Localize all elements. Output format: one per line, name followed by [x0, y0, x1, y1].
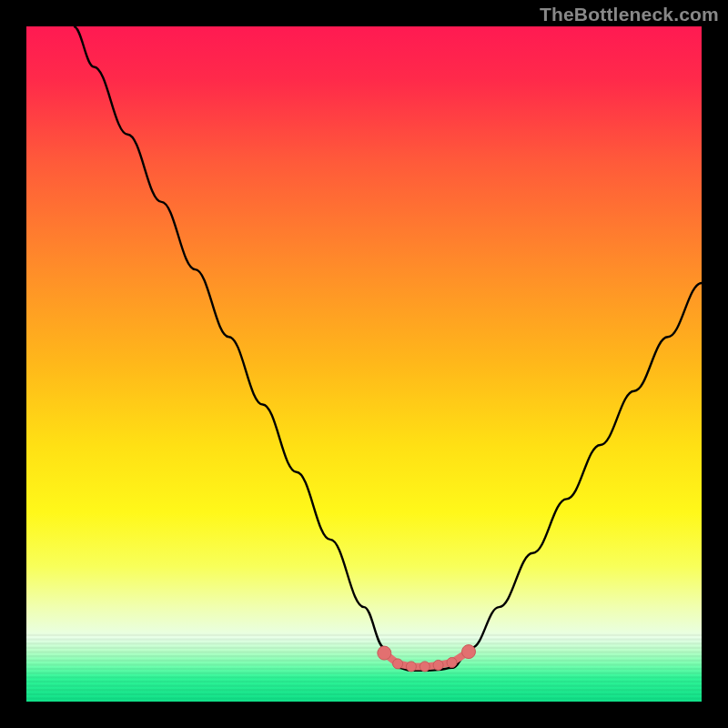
plateau-node: [433, 660, 443, 670]
svg-rect-5: [26, 655, 702, 657]
svg-rect-3: [26, 647, 702, 649]
svg-rect-9: [26, 672, 702, 674]
plateau-node: [420, 662, 430, 672]
plateau-node: [406, 662, 416, 672]
chart-frame: [26, 26, 702, 702]
bottleneck-chart: [26, 26, 702, 702]
svg-rect-13: [26, 689, 702, 691]
svg-rect-14: [26, 693, 702, 695]
watermark-text: TheBottleneck.com: [540, 4, 719, 25]
svg-rect-1: [26, 638, 702, 640]
svg-rect-12: [26, 685, 702, 687]
plateau-node: [378, 646, 391, 660]
plateau-node: [393, 659, 403, 669]
svg-rect-6: [26, 660, 702, 662]
svg-rect-8: [26, 668, 702, 670]
svg-rect-2: [26, 642, 702, 644]
gradient-background: [26, 26, 702, 702]
svg-rect-11: [26, 681, 702, 682]
svg-rect-10: [26, 676, 702, 678]
plateau-node: [447, 658, 457, 668]
svg-rect-4: [26, 651, 702, 652]
plateau-node: [462, 645, 476, 659]
svg-rect-0: [26, 634, 702, 636]
svg-rect-15: [26, 697, 702, 699]
svg-rect-7: [26, 663, 702, 665]
